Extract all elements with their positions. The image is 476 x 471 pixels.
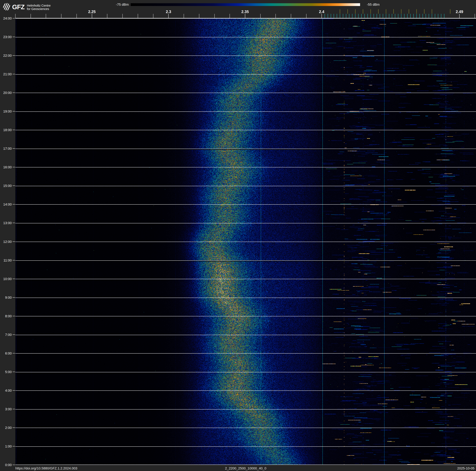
time-tick (13, 55, 15, 56)
time-label: 22:00 (0, 54, 12, 58)
ble-channel-tick (349, 14, 349, 18)
time-label: 14:00 (0, 202, 12, 206)
wifi-channel-tick (450, 9, 450, 14)
ble-channel-tick (392, 14, 392, 18)
ble-channel-tick (407, 14, 408, 18)
time-label: 16:00 (0, 165, 12, 169)
ble-channel-tick (374, 14, 374, 18)
ble-channel-tick (367, 14, 368, 18)
time-tick (13, 279, 15, 279)
freq-minor-tick (199, 14, 199, 18)
time-label: 11:00 (0, 258, 12, 262)
ble-channel-tick (355, 14, 356, 18)
freq-minor-tick (122, 14, 123, 18)
time-tick (13, 74, 15, 74)
time-label: 15:00 (0, 184, 12, 188)
time-tick (13, 37, 15, 37)
time-label: 23:00 (0, 35, 12, 39)
ble-channel-tick (364, 14, 365, 18)
ble-channel-tick (324, 14, 325, 18)
ble-channel-tick (337, 14, 337, 18)
freq-minor-tick (184, 14, 184, 18)
ble-channel-tick (426, 14, 426, 18)
time-label: 7:00 (0, 333, 12, 337)
time-tick (13, 241, 15, 242)
time-tick (13, 446, 15, 446)
wifi-channel-tick (378, 9, 378, 14)
freq-major-tick (459, 14, 459, 18)
freq-major-tick (168, 14, 169, 18)
time-tick (13, 223, 15, 223)
time-label: 24:00 (0, 17, 12, 20)
ble-channel-tick (377, 14, 377, 18)
time-tick (13, 428, 15, 428)
ble-channel-tick (416, 14, 417, 18)
ble-channel-tick (410, 14, 411, 18)
wifi-channel-tick (409, 9, 409, 14)
wifi-channel-tick (424, 9, 425, 14)
ble-channel-tick (413, 14, 414, 18)
time-tick (13, 316, 15, 316)
ble-channel-tick (404, 14, 405, 18)
time-label: 19:00 (0, 109, 12, 113)
time-tick (13, 372, 15, 372)
ble-channel-tick (340, 14, 340, 18)
time-label: 13:00 (0, 221, 12, 225)
time-tick (13, 204, 15, 204)
wifi-channel-tick (432, 9, 432, 14)
time-label: 20:00 (0, 91, 12, 95)
freq-minor-tick (230, 14, 230, 18)
time-axis: 24:0023:0022:0021:0020:0019:0018:0017:00… (0, 0, 15, 471)
ble-channel-tick (401, 14, 401, 18)
spectrogram (15, 18, 476, 465)
ble-channel-tick (441, 14, 441, 18)
wifi-channel-tick (363, 9, 363, 14)
time-tick (13, 260, 15, 260)
freq-major-label: 2.25 (88, 10, 96, 14)
time-tick (13, 390, 15, 391)
freq-minor-tick (214, 14, 215, 18)
ble-channel-tick (435, 14, 435, 18)
ble-channel-tick (398, 14, 398, 18)
time-label: 3:00 (0, 407, 12, 411)
time-tick (13, 130, 15, 130)
time-tick (13, 334, 15, 335)
ble-channel-tick (389, 14, 389, 18)
wifi-channel-tick (340, 9, 340, 14)
ble-channel-tick (429, 14, 429, 18)
ble-channel-tick (423, 14, 423, 18)
date-label: 2025-10-05 (457, 466, 475, 471)
time-tick (13, 18, 15, 18)
freq-major-tick (245, 14, 245, 18)
time-tick (13, 185, 15, 186)
freq-minor-tick (260, 14, 261, 18)
ble-channel-tick (352, 14, 352, 18)
freq-minor-tick (107, 14, 107, 18)
freq-minor-tick (31, 14, 31, 18)
time-tick (13, 353, 15, 353)
time-tick (13, 111, 15, 111)
time-label: 5:00 (0, 370, 12, 374)
wifi-channel-tick (371, 9, 371, 14)
freq-minor-tick (138, 14, 138, 18)
ble-channel-tick (343, 14, 343, 18)
ble-channel-tick (328, 14, 328, 18)
freq-minor-tick (61, 14, 61, 18)
freq-minor-tick (275, 14, 276, 18)
wifi-channel-tick (347, 9, 348, 14)
ble-channel-tick (334, 14, 334, 18)
time-label: 9:00 (0, 296, 12, 300)
time-tick (13, 92, 15, 93)
freq-minor-tick (153, 14, 153, 18)
dataset-id: 2_2200_2500_10000_40_0 (225, 466, 266, 471)
wifi-channel-tick (416, 9, 417, 14)
freq-major-tick (322, 14, 322, 18)
ble-channel-tick (331, 14, 331, 18)
ble-channel-tick (371, 14, 371, 18)
frequency-axis: 2.252.32.352.42.49 (0, 0, 476, 18)
time-label: 8:00 (0, 314, 12, 318)
time-label: 2:00 (0, 426, 12, 430)
time-label: 21:00 (0, 72, 12, 76)
ble-channel-tick (444, 14, 444, 18)
freq-minor-tick (291, 14, 291, 18)
